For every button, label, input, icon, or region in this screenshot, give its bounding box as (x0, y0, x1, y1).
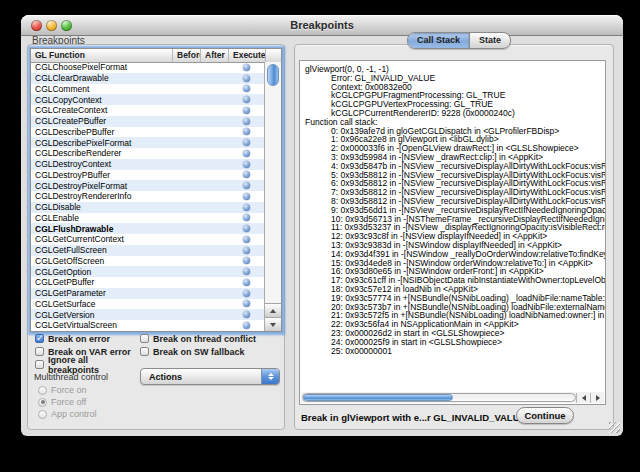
execute-breakpoint-orb-icon[interactable] (243, 118, 250, 125)
radio-icon[interactable] (38, 410, 47, 419)
table-row[interactable]: CGLComment (31, 84, 265, 95)
title-bar[interactable]: Breakpoints (21, 15, 623, 36)
break-on-sw-fallback-checkbox[interactable]: Break on SW fallback (140, 347, 245, 357)
scroll-up-button[interactable] (265, 303, 281, 317)
execute-breakpoint-orb-icon[interactable] (243, 225, 250, 232)
checkbox-icon[interactable] (35, 347, 44, 356)
gl-function-name: CGLCreatePBuffer (31, 116, 172, 126)
scroll-left-button[interactable] (576, 393, 590, 403)
checkbox-icon[interactable] (35, 334, 44, 343)
checkbox-icon[interactable] (35, 360, 44, 369)
execute-cell (228, 300, 265, 307)
table-row[interactable]: CGLEnable (31, 213, 265, 224)
checkbox-icon[interactable] (140, 347, 149, 356)
execute-breakpoint-orb-icon[interactable] (243, 64, 250, 71)
execute-breakpoint-orb-icon[interactable] (243, 322, 250, 329)
horizontal-scrollbar-track[interactable] (302, 393, 576, 402)
tab-state[interactable]: State (469, 33, 510, 48)
table-row[interactable]: CGLFlushDrawable (31, 223, 265, 234)
execute-breakpoint-orb-icon[interactable] (243, 85, 250, 92)
execute-cell (228, 290, 265, 297)
execute-breakpoint-orb-icon[interactable] (243, 182, 250, 189)
app-control-radio[interactable]: App control (38, 408, 97, 420)
radio-label: Force off (51, 397, 86, 407)
table-row[interactable]: CGLGetOffScreen (31, 256, 265, 267)
break-on-thread-conflict-checkbox[interactable]: Break on thread conflict (140, 334, 256, 344)
actions-dropdown[interactable]: Actions (140, 368, 280, 385)
execute-breakpoint-orb-icon[interactable] (243, 247, 250, 254)
table-row[interactable]: CGLDescribePBuffer (31, 127, 265, 138)
table-row[interactable]: CGLGetFullScreen (31, 245, 265, 256)
table-row[interactable]: CGLGetVersion (31, 309, 265, 320)
scroll-right-button[interactable] (590, 393, 604, 403)
execute-cell (228, 139, 265, 146)
minimize-button-icon[interactable] (46, 20, 57, 31)
table-row[interactable]: CGLGetCurrentContext (31, 234, 265, 245)
table-row[interactable]: CGLDestroyPBuffer (31, 170, 265, 181)
column-header-before[interactable]: Before (172, 49, 200, 62)
execute-breakpoint-orb-icon[interactable] (243, 279, 250, 286)
gl-function-name: CGLDisable (31, 202, 172, 212)
horizontal-scrollbar[interactable] (301, 392, 604, 403)
break-on-error-checkbox[interactable]: Break on error (35, 334, 140, 344)
column-header-gl-function[interactable]: GL Function (31, 49, 172, 62)
table-row[interactable]: CGLGetPBuffer (31, 277, 265, 288)
table-row[interactable]: CGLGetSurface (31, 299, 265, 310)
table-row[interactable]: CGLGetOption (31, 266, 265, 277)
radio-icon[interactable] (38, 398, 47, 407)
table-row[interactable]: CGLCreateContext (31, 105, 265, 116)
multithread-control-label: Multithread control (34, 372, 108, 382)
horizontal-scrollbar-thumb[interactable] (303, 394, 453, 401)
scroll-down-button[interactable] (265, 317, 281, 331)
execute-breakpoint-orb-icon[interactable] (243, 193, 250, 200)
table-row[interactable]: CGLCreatePBuffer (31, 116, 265, 127)
execute-breakpoint-orb-icon[interactable] (243, 300, 250, 307)
table-row[interactable]: CGLDescribePixelFormat (31, 137, 265, 148)
execute-breakpoint-orb-icon[interactable] (243, 214, 250, 221)
gl-function-name: CGLCopyContext (31, 95, 172, 105)
execute-breakpoint-orb-icon[interactable] (243, 171, 250, 178)
execute-breakpoint-orb-icon[interactable] (243, 75, 250, 82)
continue-button[interactable]: Continue (516, 407, 574, 424)
table-row[interactable]: CGLGetParameter (31, 288, 265, 299)
execute-breakpoint-orb-icon[interactable] (243, 139, 250, 146)
tab-call-stack[interactable]: Call Stack (408, 33, 469, 48)
execute-breakpoint-orb-icon[interactable] (243, 107, 250, 114)
table-row[interactable]: CGLGetVirtualScreen (31, 320, 265, 331)
checkbox-icon[interactable] (140, 334, 149, 343)
execute-breakpoint-orb-icon[interactable] (243, 150, 250, 157)
table-row[interactable]: CGLCopyContext (31, 94, 265, 105)
gl-function-name: CGLChoosePixelFormat (31, 62, 172, 72)
execute-breakpoint-orb-icon[interactable] (243, 236, 250, 243)
gl-function-table[interactable]: GL Function Before After Execute CGLChoo… (30, 48, 282, 332)
resize-grip-icon[interactable] (609, 422, 620, 433)
table-row[interactable]: CGLClearDrawable (31, 73, 265, 84)
execute-breakpoint-orb-icon[interactable] (243, 128, 250, 135)
radio-icon[interactable] (38, 386, 47, 395)
table-row[interactable]: CGLDescribeRenderer (31, 148, 265, 159)
execute-breakpoint-orb-icon[interactable] (243, 204, 250, 211)
execute-cell (228, 214, 265, 221)
table-row[interactable]: CGLDestroyContext (31, 159, 265, 170)
execute-breakpoint-orb-icon[interactable] (243, 257, 250, 264)
table-row[interactable]: CGLDestroyPixelFormat (31, 180, 265, 191)
gl-function-name: CGLDescribePixelFormat (31, 138, 172, 148)
call-stack-view[interactable]: glViewport(0, 0, -1, -1)Error: GL_INVALI… (299, 60, 606, 405)
column-header-execute[interactable]: Execute (228, 49, 265, 62)
close-button-icon[interactable] (31, 20, 42, 31)
table-row[interactable]: CGLChoosePixelFormat (31, 62, 265, 73)
execute-breakpoint-orb-icon[interactable] (243, 290, 250, 297)
force-off-radio[interactable]: Force off (38, 396, 97, 408)
table-row[interactable]: CGLDisable (31, 202, 265, 213)
execute-breakpoint-orb-icon[interactable] (243, 311, 250, 318)
execute-breakpoint-orb-icon[interactable] (243, 96, 250, 103)
execute-breakpoint-orb-icon[interactable] (243, 161, 250, 168)
execute-breakpoint-orb-icon[interactable] (243, 268, 250, 275)
table-row[interactable]: CGLDestroyRendererInfo (31, 191, 265, 202)
vertical-scrollbar-thumb[interactable] (267, 64, 279, 86)
zoom-button-icon[interactable] (61, 20, 72, 31)
gl-function-name: CGLDestroyContext (31, 159, 172, 169)
vertical-scrollbar[interactable] (264, 62, 281, 331)
column-header-after[interactable]: After (200, 49, 228, 62)
force-on-radio[interactable]: Force on (38, 384, 97, 396)
